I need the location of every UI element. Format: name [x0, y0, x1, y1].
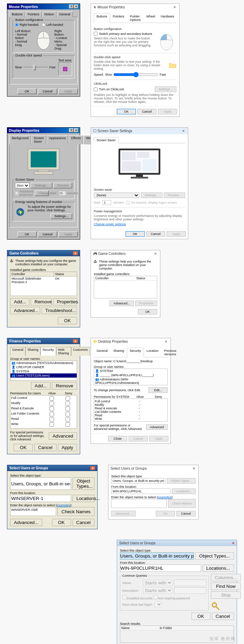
advanced-button[interactable]: Advanced	[49, 432, 77, 440]
tab-appearance[interactable]: Appearance	[47, 135, 69, 144]
tab-prev-versions[interactable]: Previous Versions	[161, 348, 179, 357]
speed-slider[interactable]	[23, 67, 48, 68]
speed-slider[interactable]	[113, 72, 158, 77]
close-icon[interactable]: ×	[90, 466, 95, 470]
list-item-selected[interactable]: 👥 Users (TEST210\Users)	[10, 373, 77, 378]
location-input[interactable]	[120, 565, 201, 572]
object-types-button[interactable]: Object Types...	[73, 477, 94, 490]
cancel-button[interactable]: Cancel	[73, 519, 95, 526]
deny-check[interactable]	[66, 412, 70, 416]
object-types-button[interactable]: Object Types...	[167, 478, 196, 484]
columns-button[interactable]: Columns...	[211, 574, 241, 581]
radio-right-handed[interactable]: Right-handed	[15, 23, 38, 26]
tab-screensaver[interactable]: Screen Saver	[31, 135, 46, 144]
tab-motion[interactable]: Motion	[42, 12, 56, 17]
users-list[interactable]: 👥 Administrators (TEST210\Administrators…	[10, 361, 77, 381]
users-list[interactable]: 👤 SYSTEM 👤 ______ (WIN-9P0CLUPR1HL\_____…	[94, 369, 168, 385]
wait-input[interactable]	[102, 200, 111, 205]
tab-customize[interactable]: Customize	[71, 347, 90, 356]
examples-link[interactable]: examples	[158, 495, 171, 499]
close-icon[interactable]: ✕	[163, 340, 168, 343]
close-icon[interactable]: ×	[74, 5, 78, 9]
close-icon[interactable]: ✕	[181, 129, 186, 133]
allow-check[interactable]	[49, 401, 54, 406]
tab-general[interactable]: General	[57, 12, 73, 17]
close-icon[interactable]: ✕	[232, 541, 235, 545]
list-item[interactable]: 👤 CREATOR OWNER	[10, 365, 77, 369]
add-button[interactable]: Add...	[31, 382, 51, 389]
allow-check[interactable]	[49, 422, 54, 427]
cancel-button[interactable]: Cancel	[34, 444, 56, 451]
tab-security[interactable]: Security	[40, 347, 56, 356]
ok-button[interactable]: OK	[14, 444, 33, 451]
titlebar[interactable]: Select Users or Groups ✕	[117, 540, 237, 546]
apply-button[interactable]: Apply	[58, 444, 77, 451]
titlebar[interactable]: Select Users or Groups ×	[7, 465, 97, 471]
titlebar[interactable]: 📁 Desktop Properties ✕	[91, 338, 170, 345]
pwd-checkbox[interactable]: Password protected	[15, 190, 33, 197]
deny-check[interactable]	[66, 417, 70, 422]
titlebar[interactable]: 🖱 Mouse Properties ✕	[91, 4, 179, 10]
settings-button[interactable]: Settings...	[31, 183, 52, 188]
preview-button[interactable]: Preview...	[164, 192, 185, 198]
allow-check[interactable]	[49, 407, 54, 411]
object-types-button[interactable]: Object Types...	[195, 552, 234, 560]
ok-button[interactable]: OK	[191, 613, 211, 620]
find-now-button[interactable]: Find Now	[211, 583, 241, 590]
close-icon[interactable]: ×	[73, 251, 78, 255]
cancel-button[interactable]: Cancel	[212, 613, 234, 620]
titlebar[interactable]: Game Controllers ×	[7, 250, 80, 256]
advanced-button[interactable]: Advanced...	[111, 511, 136, 516]
on-resume-checkbox[interactable]: On resume, display logon screen	[126, 201, 177, 205]
cancel-button[interactable]: Cancel	[38, 89, 57, 94]
list-item[interactable]: 👤 SYSTEM	[10, 369, 77, 373]
close-button[interactable]: Close	[108, 436, 127, 441]
screensaver-select[interactable]: (None)	[15, 183, 30, 188]
tab-general[interactable]: General	[10, 347, 25, 356]
titlebar[interactable]: Finance Properties ×	[7, 338, 80, 344]
close-icon[interactable]: ✕	[172, 5, 177, 9]
type-input[interactable]	[10, 477, 71, 490]
ok-button[interactable]: OK	[17, 89, 37, 94]
help-icon[interactable]: ?	[69, 128, 74, 132]
cancel-button[interactable]: Cancel	[176, 511, 196, 516]
tab-effects[interactable]: Effects	[69, 135, 83, 144]
titlebar[interactable]: Display Properties ?×	[7, 128, 80, 133]
remove-button[interactable]: Remove	[31, 298, 52, 305]
stop-button[interactable]: Stop	[211, 591, 241, 599]
list-item[interactable]: 👤 SYSTEM	[94, 369, 167, 373]
apply-button[interactable]: Apply	[158, 109, 177, 114]
advanced-button[interactable]: Advanced...	[10, 519, 42, 526]
tab-background[interactable]: Background	[9, 135, 31, 144]
deny-check[interactable]	[66, 401, 70, 406]
ok-button[interactable]: OK	[117, 109, 136, 114]
tab-websharing[interactable]: Web Sharing	[56, 347, 71, 356]
switch-checkbox[interactable]: Switch primary and secondary buttons	[94, 32, 154, 36]
titlebar[interactable]: Mouse Properties ?×	[7, 4, 80, 9]
deny-check[interactable]	[66, 407, 70, 411]
ok-button[interactable]: OK	[156, 511, 175, 516]
troubleshoot-button[interactable]: Troubleshoot...	[41, 307, 77, 314]
folder-icon[interactable]	[169, 60, 176, 70]
tab-pointers[interactable]: Pointers	[25, 12, 42, 17]
list-item[interactable]: 👥 Administrators (WIN-9P0CLUPR1HL\Admini…	[94, 377, 167, 385]
col-name[interactable]: Name	[120, 626, 159, 630]
tab-general[interactable]: General	[94, 348, 110, 357]
names-input[interactable]: WINSERVER-1\bill	[10, 507, 56, 516]
change-power-link[interactable]: Change power settings	[94, 222, 185, 226]
cancel-button[interactable]: Cancel	[137, 109, 157, 114]
close-icon[interactable]: ✕	[191, 467, 196, 470]
preview-button[interactable]: Preview	[53, 183, 72, 188]
ok-button[interactable]: OK	[52, 519, 71, 526]
radio-left-handed[interactable]: Left-handed	[42, 23, 63, 26]
location-input[interactable]	[10, 495, 71, 502]
screensaver-select[interactable]: (None)	[94, 192, 139, 198]
locations-button[interactable]: Locations...	[73, 495, 94, 502]
advanced-button[interactable]: Advanced...	[10, 307, 40, 314]
remove-button[interactable]: Remove	[52, 382, 77, 389]
examples-link[interactable]: examples	[57, 503, 70, 507]
props-button[interactable]: Properties	[53, 298, 77, 305]
device-name[interactable]: Microsoft SideWinder Precision 2	[10, 276, 54, 284]
col-folder[interactable]: In Folder	[159, 626, 234, 630]
tab-hardware[interactable]: Hardware	[158, 13, 177, 23]
